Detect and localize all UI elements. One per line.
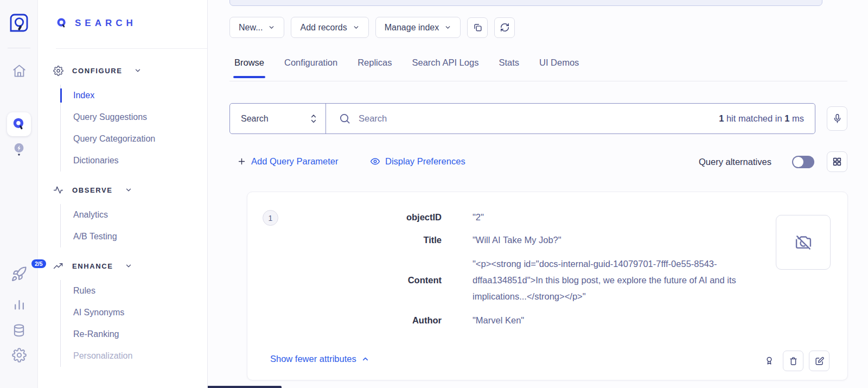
sidebar-item-query-categorization[interactable]: Query Categorization (73, 128, 208, 150)
display-preferences-link[interactable]: Display Preferences (370, 156, 465, 167)
index-selector-strip (229, 0, 822, 6)
field-value: "Will AI Take My Job?" (473, 233, 760, 247)
field-value: "<p><strong id="docs-internal-guid-14079… (473, 256, 760, 304)
chevron-up-icon (361, 355, 369, 363)
sort-chevrons-icon (309, 113, 318, 125)
usage-badge: 2/5 (31, 259, 46, 268)
field-row-title: Title "Will AI Take My Job?" (247, 233, 763, 247)
rail-search-button-active[interactable] (0, 112, 38, 136)
delete-hit-button[interactable] (783, 351, 803, 371)
copy-index-button[interactable] (467, 17, 488, 38)
search-scope-select[interactable]: Search (230, 104, 326, 133)
sidebar-divider (56, 48, 207, 49)
product-name: SEARCH (75, 18, 137, 29)
app-rail: 2/5 (0, 0, 38, 388)
manage-index-dropdown-button[interactable]: Manage index (375, 17, 461, 38)
chevron-down-icon (353, 24, 360, 31)
sidebar-item-ai-synonyms[interactable]: AI Synonyms (73, 302, 208, 323)
sidebar-item-ab-testing[interactable]: A/B Testing (73, 226, 208, 247)
image-placeholder (776, 215, 831, 270)
copy-icon (473, 22, 483, 33)
rail-upgrade-button[interactable]: 2/5 (0, 266, 38, 282)
field-row-content: Content "<p><strong id="docs-internal-gu… (247, 256, 763, 304)
hit-fields: objectID "2" Title "Will AI Take My Job?… (247, 210, 763, 336)
section-enhance: ENHANCE Rules AI Synonyms Re-Ranking Per… (53, 259, 208, 367)
sidebar-item-personalization[interactable]: Personalization (73, 345, 208, 367)
sidebar-item-analytics[interactable]: Analytics (73, 204, 208, 226)
database-icon (11, 322, 27, 339)
add-records-label: Add records (300, 23, 347, 33)
home-icon (12, 63, 27, 78)
rail-recommend-button[interactable] (0, 141, 38, 158)
tab-configuration[interactable]: Configuration (284, 58, 337, 78)
search-icon (12, 117, 26, 131)
sidebar-item-index[interactable]: Index (73, 85, 208, 106)
rail-analytics-button[interactable] (0, 297, 38, 312)
time-unit: ms (789, 113, 804, 123)
rail-settings-button[interactable] (0, 348, 38, 362)
layout-grid-button[interactable] (827, 151, 847, 172)
voice-search-button[interactable] (827, 106, 847, 131)
refresh-button[interactable] (494, 17, 515, 38)
edit-hit-button[interactable] (809, 351, 829, 371)
chevron-down-icon (268, 24, 275, 31)
field-value: "2" (473, 210, 760, 224)
trash-icon (788, 356, 799, 366)
hit-actions (761, 351, 829, 371)
show-fewer-label: Show fewer attributes (270, 354, 356, 364)
refresh-icon (500, 22, 510, 33)
search-input[interactable] (351, 113, 719, 124)
tab-ui-demos[interactable]: UI Demos (539, 58, 579, 78)
search-icon (339, 112, 351, 125)
tab-browse[interactable]: Browse (234, 58, 264, 78)
hit-card: 1 objectID "2" Title "Will AI Take My Jo… (247, 192, 848, 380)
field-key: Content (247, 273, 442, 287)
tab-replicas[interactable]: Replicas (358, 58, 392, 78)
section-header-configure[interactable]: CONFIGURE (53, 64, 208, 77)
section-configure: CONFIGURE Index Query Suggestions Query … (53, 64, 208, 171)
field-value: "Marvel Ken" (473, 313, 760, 327)
display-preferences-label: Display Preferences (385, 156, 465, 167)
rail-data-button[interactable] (0, 322, 38, 339)
hits-count: 1 (719, 113, 724, 123)
new-dropdown-button[interactable]: New... (229, 17, 284, 38)
tab-stats[interactable]: Stats (499, 58, 519, 78)
tab-search-api-logs[interactable]: Search API Logs (412, 58, 478, 78)
field-key: Title (247, 233, 442, 247)
search-product-icon (56, 17, 68, 29)
promote-hit-button[interactable] (761, 351, 777, 371)
search-scope-value: Search (241, 114, 269, 124)
grid-icon (832, 157, 842, 167)
sidebar-item-dictionaries[interactable]: Dictionaries (73, 150, 208, 171)
add-records-dropdown-button[interactable]: Add records (291, 17, 368, 38)
new-dropdown-label: New... (239, 23, 263, 33)
manage-index-label: Manage index (385, 23, 439, 33)
sidebar-item-re-ranking[interactable]: Re-Ranking (73, 323, 208, 345)
award-ribbon-icon (764, 355, 775, 367)
section-header-observe[interactable]: OBSERVE (53, 183, 208, 196)
tabs-divider (229, 81, 847, 81)
activity-icon (53, 185, 63, 195)
section-label: CONFIGURE (72, 67, 122, 75)
trending-up-icon (53, 261, 63, 271)
sidebar-item-query-suggestions[interactable]: Query Suggestions (73, 106, 208, 128)
gear-icon (53, 66, 63, 76)
product-header: SEARCH (56, 17, 137, 29)
search-bar: Search 1 hit matched in 1 ms (229, 103, 815, 134)
query-alternatives-toggle[interactable] (792, 156, 814, 168)
section-label: ENHANCE (72, 262, 113, 270)
chevron-down-icon (125, 186, 132, 194)
section-label: OBSERVE (72, 186, 113, 194)
section-header-enhance[interactable]: ENHANCE (53, 259, 208, 272)
toggle-knob (793, 157, 803, 167)
rail-home-button[interactable] (0, 63, 38, 78)
index-tabs: Browse Configuration Replicas Search API… (234, 58, 579, 78)
add-query-parameter-link[interactable]: Add Query Parameter (237, 156, 339, 167)
index-toolbar: New... Add records Manage index (229, 17, 515, 38)
algolia-logo[interactable] (0, 12, 38, 34)
show-fewer-attributes-link[interactable]: Show fewer attributes (270, 354, 369, 364)
section-observe: OBSERVE Analytics A/B Testing (53, 183, 208, 247)
chevron-down-icon (134, 67, 142, 74)
field-key: objectID (247, 210, 442, 224)
sidebar-item-rules[interactable]: Rules (73, 280, 208, 302)
